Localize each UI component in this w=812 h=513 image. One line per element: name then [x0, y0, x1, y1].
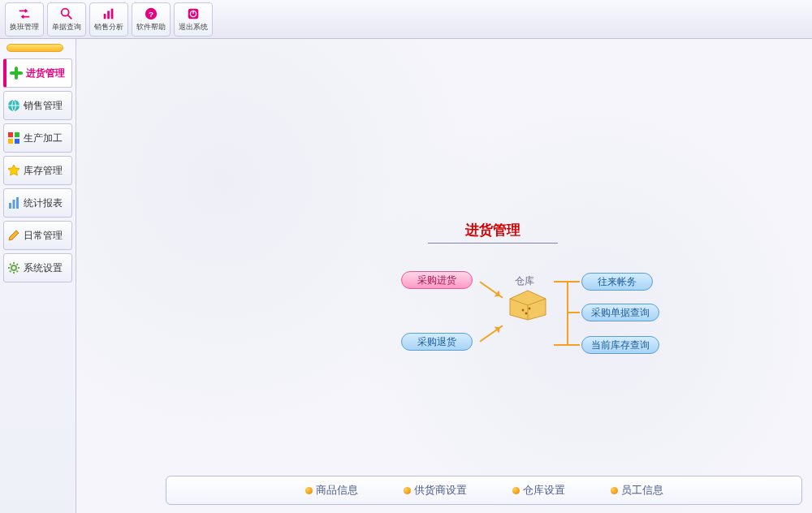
svg-point-16 [11, 265, 16, 270]
svg-point-17 [522, 309, 525, 312]
purchase-in-button[interactable]: 采购进货 [401, 271, 473, 289]
sidebar-item-purchase-mgmt[interactable]: 进货管理 [3, 58, 72, 88]
plus-icon [10, 67, 23, 80]
sidebar-item-production[interactable]: 生产加工 [3, 123, 72, 153]
toolbar-label: 换班管理 [10, 22, 39, 32]
purchase-return-button[interactable]: 采购退货 [401, 333, 473, 351]
diag-btn-label: 当前库存查询 [591, 338, 650, 352]
globe-icon [7, 99, 20, 112]
svg-point-0 [62, 8, 69, 15]
account-flow-button[interactable]: 往来帐务 [581, 273, 653, 291]
foot-link-label: 员工信息 [621, 483, 663, 498]
foot-link-label: 商品信息 [316, 483, 358, 498]
chart-icon [7, 196, 20, 209]
svg-rect-10 [15, 132, 19, 137]
svg-point-19 [525, 313, 528, 315]
warehouse-icon [507, 287, 549, 325]
foot-link-label: 供货商设置 [414, 483, 467, 498]
sidebar-item-stat-reports[interactable]: 统计报表 [3, 188, 72, 218]
po-query-button[interactable]: 采购单据查询 [581, 304, 659, 321]
diag-btn-label: 往来帐务 [598, 275, 637, 289]
power-icon [185, 6, 201, 21]
arrow-icon [480, 281, 503, 298]
help-icon: ? [143, 6, 159, 21]
sidebar-item-label: 生产加工 [24, 131, 63, 145]
sidebar: 进货管理 销售管理 生产加工 库存管理 统计报表 日常管理 系统设置 [0, 39, 76, 513]
toolbar-label: 软件帮助 [136, 22, 166, 32]
stock-query-button[interactable]: 当前库存查询 [581, 336, 659, 354]
toolbar-label: 销售分析 [94, 22, 123, 32]
sidebar-item-daily-mgmt[interactable]: 日常管理 [3, 221, 72, 250]
connector [568, 312, 580, 313]
warehouse-label: 仓库 [515, 274, 534, 288]
svg-rect-2 [107, 11, 110, 19]
toolbar-label: 退出系统 [179, 22, 208, 32]
foot-link-label: 仓库设置 [523, 483, 565, 498]
bars-icon [101, 6, 117, 21]
sidebar-item-label: 库存管理 [24, 164, 63, 178]
sidebar-item-label: 系统设置 [24, 261, 63, 275]
supplier-setup-link[interactable]: 供货商设置 [404, 483, 467, 498]
svg-rect-12 [15, 139, 19, 144]
bracket-icon [554, 281, 568, 346]
diagram-title: 进货管理 [428, 221, 558, 244]
accent-bar [6, 44, 63, 52]
sidebar-item-label: 进货管理 [26, 67, 65, 80]
pencil-icon [7, 229, 20, 242]
sidebar-item-inventory-mgmt[interactable]: 库存管理 [3, 156, 72, 185]
svg-rect-14 [13, 200, 15, 209]
footer-bar: 商品信息 供货商设置 仓库设置 员工信息 [166, 476, 802, 505]
svg-rect-9 [8, 132, 13, 137]
main-content: 进货管理 仓库 采购进货 采购退货 往来帐务 采购单据查询 当前库存查询 商品信… [76, 39, 812, 513]
software-help-button[interactable]: ? 软件帮助 [132, 2, 171, 37]
product-info-link[interactable]: 商品信息 [305, 483, 358, 498]
svg-rect-3 [111, 8, 114, 19]
shift-mgmt-button[interactable]: 换班管理 [5, 2, 44, 37]
svg-rect-13 [9, 203, 11, 209]
sidebar-item-system-settings[interactable]: 系统设置 [3, 253, 72, 282]
svg-point-18 [529, 308, 531, 310]
staff-info-link[interactable]: 员工信息 [611, 483, 663, 498]
sidebar-item-sales-mgmt[interactable]: 销售管理 [3, 91, 72, 120]
star-icon [7, 164, 20, 177]
warehouse-setup-link[interactable]: 仓库设置 [512, 483, 565, 498]
diag-btn-label: 采购单据查询 [591, 306, 650, 320]
sidebar-item-label: 日常管理 [24, 229, 63, 243]
sidebar-item-label: 统计报表 [24, 196, 63, 210]
arrow-icon [480, 325, 503, 342]
toolbar-label: 单据查询 [52, 22, 81, 32]
connector [568, 344, 580, 346]
svg-rect-1 [104, 14, 106, 19]
connector [568, 281, 580, 282]
swap-icon [16, 6, 32, 21]
svg-rect-15 [16, 197, 19, 209]
svg-text:?: ? [149, 9, 153, 18]
order-query-button[interactable]: 单据查询 [47, 2, 86, 37]
exit-system-button[interactable]: 退出系统 [174, 2, 213, 37]
sales-analysis-button[interactable]: 销售分析 [89, 2, 128, 37]
diag-btn-label: 采购进货 [417, 274, 456, 287]
sidebar-item-label: 销售管理 [24, 99, 63, 113]
gear-icon [7, 261, 20, 274]
diag-btn-label: 采购退货 [417, 335, 456, 349]
svg-rect-11 [8, 139, 13, 144]
blocks-icon [7, 131, 20, 144]
search-icon [58, 6, 75, 21]
top-toolbar: 换班管理 单据查询 销售分析 ? 软件帮助 退出系统 [0, 0, 812, 39]
